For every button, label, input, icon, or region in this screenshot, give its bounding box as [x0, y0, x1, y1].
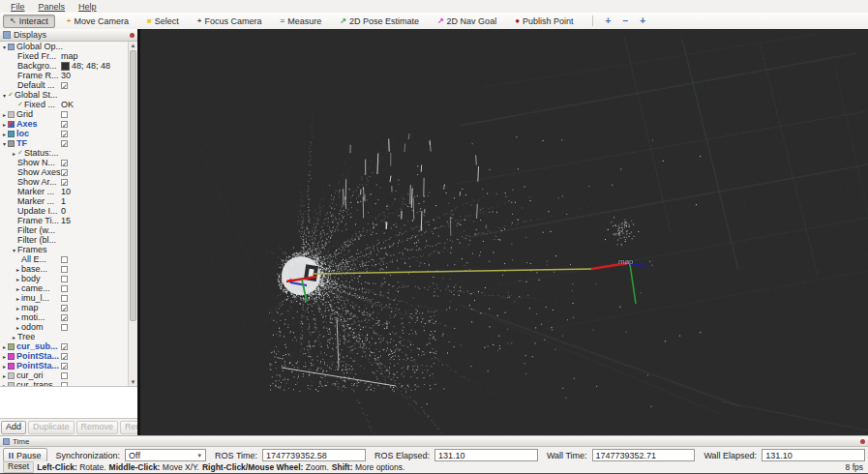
- property-value[interactable]: ✓: [61, 138, 68, 148]
- tree-row[interactable]: ▸✓Status:...: [0, 148, 137, 158]
- property-value[interactable]: ✓: [61, 119, 68, 129]
- checkbox-unchecked[interactable]: [61, 285, 68, 292]
- tree-row[interactable]: Show N...✓: [0, 158, 137, 167]
- checkbox-unchecked[interactable]: [61, 276, 68, 282]
- property-value[interactable]: [61, 322, 68, 332]
- menu-help[interactable]: Help: [72, 2, 104, 12]
- expand-arrow-icon[interactable]: ▸: [15, 314, 21, 321]
- tree-row[interactable]: Show Ar...✓: [0, 177, 137, 187]
- tree-row[interactable]: Update I...0: [0, 206, 137, 216]
- tree-row[interactable]: ▸PointSta...✓: [0, 361, 137, 370]
- property-value[interactable]: 15: [61, 216, 71, 225]
- expand-arrow-icon[interactable]: ▸: [1, 353, 8, 360]
- checkbox-checked[interactable]: ✓: [61, 363, 68, 370]
- tree-row[interactable]: ▸imu_l...: [0, 293, 137, 303]
- checkbox-checked[interactable]: ✓: [61, 140, 68, 147]
- property-value[interactable]: [61, 109, 68, 119]
- tool-measure[interactable]: =Measure: [273, 15, 328, 28]
- tree-row[interactable]: ▸moti...✓: [0, 312, 137, 322]
- tool-2d-nav-goal[interactable]: ↗2D Nav Goal: [431, 15, 503, 28]
- tree-row[interactable]: Filter (bl...: [0, 235, 137, 245]
- property-value[interactable]: [61, 274, 68, 283]
- time-field-value[interactable]: 1747739352.71: [592, 449, 696, 461]
- expand-arrow-icon[interactable]: ▸: [11, 334, 17, 341]
- menu-file[interactable]: File: [4, 2, 32, 12]
- checkbox-unchecked[interactable]: [61, 372, 68, 379]
- expand-arrow-icon[interactable]: ▸: [1, 111, 8, 118]
- checkbox-checked[interactable]: ✓: [61, 343, 68, 350]
- menu-panels[interactable]: Panels: [32, 2, 73, 12]
- tree-row[interactable]: Default ...✓: [0, 80, 137, 90]
- tree-row[interactable]: Filter (w...: [0, 225, 137, 235]
- tree-row[interactable]: Show Axes✓: [0, 167, 137, 177]
- tree-row[interactable]: Marker ...10: [0, 187, 137, 196]
- property-value[interactable]: map: [61, 51, 78, 61]
- 3d-scene-canvas[interactable]: [140, 29, 868, 436]
- add-button[interactable]: Add: [1, 421, 26, 434]
- expand-arrow-icon[interactable]: ▸: [15, 266, 21, 273]
- property-value[interactable]: ✓: [61, 177, 68, 187]
- render-viewport[interactable]: map: [140, 29, 868, 435]
- property-value[interactable]: 1: [61, 196, 66, 206]
- checkbox-checked[interactable]: ✓: [61, 305, 68, 311]
- sync-dropdown[interactable]: Off ▼: [125, 449, 206, 461]
- checkbox-checked[interactable]: ✓: [61, 131, 68, 137]
- time-field-value[interactable]: 131.10: [762, 449, 865, 461]
- checkbox-unchecked[interactable]: [61, 382, 68, 387]
- pause-button[interactable]: Pause: [3, 448, 47, 462]
- expand-arrow-icon[interactable]: ▸: [1, 363, 8, 370]
- property-value[interactable]: ✓: [61, 351, 68, 361]
- tool-2d-pose-estimate[interactable]: ↗2D Pose Estimate: [333, 15, 426, 28]
- checkbox-unchecked[interactable]: [61, 256, 68, 263]
- checkbox-unchecked[interactable]: [61, 295, 68, 302]
- tree-row[interactable]: ▸odom: [0, 322, 137, 332]
- time-field-value[interactable]: 131.10: [434, 449, 538, 461]
- time-field-value[interactable]: 1747739352.58: [262, 449, 366, 461]
- tool-interact[interactable]: ↖Interact: [3, 15, 55, 28]
- tree-row[interactable]: ▸Grid: [0, 109, 137, 119]
- expand-arrow-icon[interactable]: ▸: [1, 382, 8, 387]
- tree-row[interactable]: ✓Fixed ...OK: [0, 100, 137, 109]
- property-value[interactable]: [61, 370, 68, 380]
- tool-publish-point[interactable]: ●Publish Point: [508, 15, 580, 28]
- tree-row[interactable]: ▸came...: [0, 283, 137, 293]
- tree-row[interactable]: Frame R...30: [0, 71, 137, 80]
- expand-arrow-icon[interactable]: ▸: [1, 121, 8, 128]
- remove-tool-button[interactable]: −: [616, 15, 634, 26]
- add-tool-button[interactable]: +: [634, 15, 651, 26]
- tree-row[interactable]: ▸map✓: [0, 303, 137, 312]
- property-value[interactable]: 30: [61, 71, 71, 80]
- property-value[interactable]: ✓: [61, 167, 68, 177]
- scrollbar-thumb[interactable]: [130, 50, 136, 321]
- expand-arrow-icon[interactable]: ▸: [15, 276, 21, 282]
- tree-row[interactable]: Backgro...48; 48; 48: [0, 61, 137, 71]
- checkbox-checked[interactable]: ✓: [61, 82, 68, 89]
- tree-row[interactable]: ▸Tree: [0, 332, 137, 341]
- tree-row[interactable]: ▾Global Op...: [0, 42, 137, 51]
- property-value[interactable]: ✓: [61, 341, 68, 351]
- tree-row[interactable]: ▾✓Global St...: [0, 90, 137, 100]
- expand-arrow-icon[interactable]: ▾: [11, 247, 17, 253]
- expand-arrow-icon[interactable]: ▸: [1, 131, 8, 137]
- expand-arrow-icon[interactable]: ▸: [1, 343, 8, 350]
- tree-row[interactable]: ▸cur_ori: [0, 370, 137, 380]
- checkbox-checked[interactable]: ✓: [61, 160, 68, 166]
- property-value[interactable]: [61, 380, 68, 386]
- expand-arrow-icon[interactable]: ▸: [15, 324, 21, 331]
- scroll-up-icon[interactable]: ▲: [129, 42, 137, 49]
- checkbox-checked[interactable]: ✓: [61, 353, 68, 360]
- checkbox-unchecked[interactable]: [61, 111, 68, 118]
- color-swatch[interactable]: [61, 62, 70, 71]
- property-value[interactable]: ✓: [61, 303, 68, 312]
- tree-row[interactable]: ▸PointSta...✓: [0, 351, 137, 361]
- tree-scrollbar[interactable]: ▲ ▼: [128, 42, 137, 386]
- property-value[interactable]: [61, 283, 68, 293]
- property-value[interactable]: [61, 293, 68, 303]
- property-value[interactable]: [61, 264, 68, 274]
- tree-row[interactable]: Fixed Fr...map: [0, 51, 137, 61]
- tree-row[interactable]: Frame Ti...15: [0, 216, 137, 225]
- reset-button[interactable]: Reset: [3, 461, 34, 473]
- tree-row[interactable]: ▸Axes✓: [0, 119, 137, 129]
- tree-row[interactable]: ▾Frames: [0, 245, 137, 254]
- expand-arrow-icon[interactable]: ▾: [1, 92, 8, 99]
